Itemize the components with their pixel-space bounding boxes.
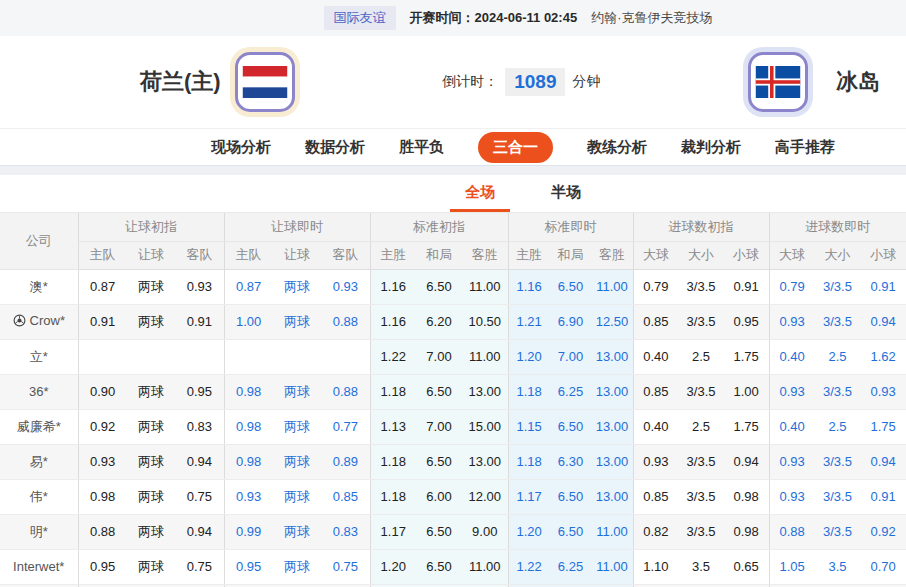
odds-cell-standard-initial-2: 9.00 bbox=[462, 514, 508, 549]
odds-cell-goals-initial-2: 1.75 bbox=[724, 409, 769, 444]
odds-cell-standard-initial-2: 12.00 bbox=[462, 479, 508, 514]
odds-cell-standard-initial-1: 6.50 bbox=[416, 444, 462, 479]
odds-cell-standard-live-2: 12.50 bbox=[591, 304, 633, 339]
odds-cell-goals-initial-1: 3/3.5 bbox=[678, 444, 723, 479]
odds-cell-standard-live-1: 6.25 bbox=[550, 549, 592, 584]
odds-cell-goals-live-0: 0.40 bbox=[769, 409, 815, 444]
odds-cell-standard-live-1: 6.25 bbox=[550, 374, 592, 409]
odds-cell-standard-live-2: 13.00 bbox=[591, 339, 633, 374]
odds-row-4: 36*0.90两球0.950.98两球0.881.186.5013.001.18… bbox=[0, 374, 906, 409]
nav-tab-three-in-one[interactable]: 三合一 bbox=[478, 132, 553, 163]
odds-cell-handicap-initial-0: 0.95 bbox=[78, 549, 127, 584]
odds-cell-goals-live-0: 0.79 bbox=[769, 269, 815, 304]
odds-cell-goals-initial-0: 0.85 bbox=[633, 479, 678, 514]
company-name: 澳* bbox=[30, 279, 48, 294]
odds-cell-handicap-initial-2: 0.94 bbox=[175, 444, 224, 479]
odds-cell-goals-live-1: 3/3.5 bbox=[815, 514, 861, 549]
sub-header-standard-live-1: 和局 bbox=[550, 241, 592, 269]
sub-header-standard-initial-2: 客胜 bbox=[462, 241, 508, 269]
company-cell[interactable]: 易* bbox=[0, 444, 78, 479]
odds-cell-handicap-live-1: 两球 bbox=[273, 409, 322, 444]
odds-cell-standard-live-1: 6.50 bbox=[550, 409, 592, 444]
odds-cell-standard-live-0: 1.17 bbox=[508, 479, 550, 514]
odds-cell-standard-initial-2: 11.00 bbox=[462, 339, 508, 374]
odds-cell-standard-initial-1: 6.50 bbox=[416, 269, 462, 304]
odds-cell-handicap-live-1: 两球 bbox=[273, 444, 322, 479]
odds-cell-handicap-live-0: 0.99 bbox=[224, 514, 273, 549]
company-name: 明* bbox=[30, 524, 48, 539]
nav-tab-expert-picks[interactable]: 高手推荐 bbox=[775, 138, 835, 157]
odds-row-6: 易*0.93两球0.940.98两球0.891.186.5013.001.186… bbox=[0, 444, 906, 479]
nav-tab-coach-analysis[interactable]: 教练分析 bbox=[587, 138, 647, 157]
odds-row-5: 威廉希*0.92两球0.830.98两球0.771.137.0015.001.1… bbox=[0, 409, 906, 444]
odds-cell-goals-live-1: 3/3.5 bbox=[815, 304, 861, 339]
odds-cell-standard-live-2: 11.00 bbox=[591, 514, 633, 549]
odds-cell-handicap-live-0: 0.98 bbox=[224, 444, 273, 479]
company-column-header: 公司 bbox=[0, 213, 78, 269]
nav-tab-live-analysis[interactable]: 现场分析 bbox=[211, 138, 271, 157]
match-header: 荷兰(主) 倒计时： 1089 分钟 冰岛 bbox=[0, 36, 906, 128]
company-cell[interactable]: 明* bbox=[0, 514, 78, 549]
sub-header-goals-live-2: 小球 bbox=[860, 241, 906, 269]
company-name: 易* bbox=[30, 454, 48, 469]
company-cell[interactable]: 澳* bbox=[0, 269, 78, 304]
odds-cell-standard-initial-1: 7.00 bbox=[416, 409, 462, 444]
odds-cell-handicap-live-1: 两球 bbox=[273, 374, 322, 409]
odds-cell-goals-live-2: 0.94 bbox=[860, 304, 906, 339]
sub-header-goals-live-1: 大小 bbox=[815, 241, 861, 269]
company-cell[interactable]: 伟* bbox=[0, 479, 78, 514]
company-cell[interactable]: 威廉希* bbox=[0, 409, 78, 444]
company-cell[interactable]: Interwet* bbox=[0, 549, 78, 584]
group-header-standard-live: 标准即时 bbox=[508, 213, 633, 241]
odds-cell-standard-live-0: 1.15 bbox=[508, 409, 550, 444]
company-name: 36* bbox=[29, 384, 49, 399]
odds-row-3: 立*1.227.0011.001.207.0013.000.402.51.750… bbox=[0, 339, 906, 374]
odds-cell-standard-initial-2: 13.00 bbox=[462, 444, 508, 479]
company-cell[interactable]: Crow* bbox=[0, 304, 78, 339]
odds-cell-goals-initial-1: 3/3.5 bbox=[678, 479, 723, 514]
odds-cell-goals-initial-1: 3.5 bbox=[678, 549, 723, 584]
league-badge[interactable]: 国际友谊 bbox=[324, 6, 396, 30]
odds-cell-standard-initial-2: 15.00 bbox=[462, 409, 508, 444]
odds-cell-handicap-live-1: 两球 bbox=[273, 549, 322, 584]
odds-cell-handicap-initial-0: 0.91 bbox=[78, 304, 127, 339]
odds-cell-handicap-initial-1: 两球 bbox=[127, 549, 176, 584]
company-cell[interactable]: 立* bbox=[0, 339, 78, 374]
odds-cell-handicap-live-2: 0.85 bbox=[321, 479, 370, 514]
odds-cell-handicap-live-2 bbox=[321, 339, 370, 374]
odds-cell-standard-initial-0: 1.20 bbox=[370, 549, 416, 584]
odds-row-2: Crow*0.91两球0.911.00两球0.881.166.2010.501.… bbox=[0, 304, 906, 339]
odds-cell-handicap-initial-1: 两球 bbox=[127, 269, 176, 304]
kickoff-time: 开赛时间：2024-06-11 02:45 bbox=[410, 9, 578, 27]
group-header-handicap-initial: 让球初指 bbox=[78, 213, 224, 241]
iceland-flag bbox=[748, 52, 808, 112]
odds-cell-goals-live-0: 0.93 bbox=[769, 479, 815, 514]
odds-cell-standard-initial-0: 1.16 bbox=[370, 304, 416, 339]
odds-cell-goals-live-0: 0.88 bbox=[769, 514, 815, 549]
sub-header-handicap-live-0: 主队 bbox=[224, 241, 273, 269]
odds-row-1: 澳*0.87两球0.930.87两球0.931.166.5011.001.166… bbox=[0, 269, 906, 304]
subtab-full-time[interactable]: 全场 bbox=[450, 175, 510, 212]
odds-cell-handicap-initial-2: 0.83 bbox=[175, 409, 224, 444]
group-header-goals-initial: 进球数初指 bbox=[633, 213, 769, 241]
odds-cell-handicap-live-1: 两球 bbox=[273, 514, 322, 549]
odds-cell-standard-initial-0: 1.18 bbox=[370, 374, 416, 409]
odds-row-9: Interwet*0.95两球0.750.95两球0.751.206.5011.… bbox=[0, 549, 906, 584]
countdown-unit: 分钟 bbox=[572, 73, 600, 91]
nav-tab-data-analysis[interactable]: 数据分析 bbox=[305, 138, 365, 157]
nav-tab-win-draw-loss[interactable]: 胜平负 bbox=[399, 138, 444, 157]
nav-tab-referee-analysis[interactable]: 裁判分析 bbox=[681, 138, 741, 157]
odds-cell-goals-initial-0: 0.85 bbox=[633, 374, 678, 409]
odds-cell-standard-live-1: 6.50 bbox=[550, 514, 592, 549]
odds-cell-handicap-initial-1: 两球 bbox=[127, 409, 176, 444]
odds-cell-handicap-live-0: 0.95 bbox=[224, 549, 273, 584]
odds-cell-handicap-initial-2: 0.95 bbox=[175, 374, 224, 409]
sub-header-goals-initial-0: 大球 bbox=[633, 241, 678, 269]
odds-row-8: 明*0.88两球0.940.99两球0.831.176.509.001.206.… bbox=[0, 514, 906, 549]
odds-cell-goals-live-1: 2.5 bbox=[815, 409, 861, 444]
subtab-half-time[interactable]: 半场 bbox=[536, 175, 596, 212]
company-name: 伟* bbox=[30, 489, 48, 504]
odds-cell-standard-initial-1: 6.20 bbox=[416, 304, 462, 339]
company-cell[interactable]: 36* bbox=[0, 374, 78, 409]
countdown-label: 倒计时： bbox=[442, 73, 498, 91]
